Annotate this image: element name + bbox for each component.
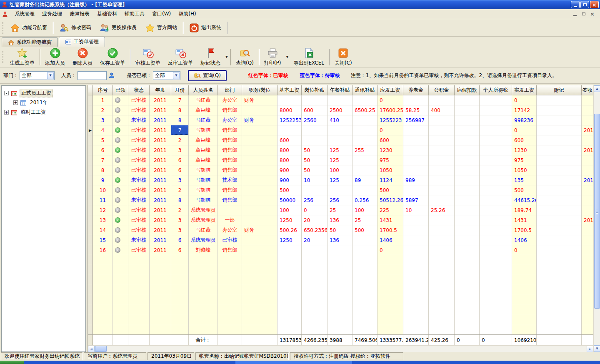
table-cell[interactable]: 马红薇 — [189, 115, 218, 125]
toolbar-button[interactable]: 关闭(C) — [331, 47, 356, 67]
column-header[interactable]: 附记 — [537, 85, 582, 95]
scroll-left-button[interactable]: ◄ — [88, 346, 95, 352]
table-cell[interactable] — [582, 205, 594, 215]
table-cell[interactable]: 2 — [171, 185, 189, 195]
table-cell[interactable] — [537, 125, 582, 135]
table-cell[interactable] — [429, 245, 455, 255]
table-cell[interactable] — [328, 135, 352, 145]
table-row[interactable]: 10✓已审核20112马胡腾销售部500500500 — [88, 185, 593, 195]
column-header[interactable]: 实发工资 — [512, 85, 537, 95]
received-cell[interactable]: ✓ — [113, 205, 128, 215]
table-cell[interactable]: 100 — [278, 205, 302, 215]
table-cell[interactable]: 8000 — [278, 105, 302, 115]
received-cell[interactable]: ✓ — [113, 215, 128, 225]
menu-item[interactable]: 窗口(W) — [148, 10, 175, 17]
table-cell[interactable]: 2011 — [150, 195, 171, 205]
table-cell[interactable]: 1124 — [378, 175, 403, 185]
table-cell[interactable]: 马胡腾 — [189, 165, 218, 175]
table-cell[interactable]: 0 — [512, 95, 537, 105]
table-cell[interactable]: 0 — [378, 245, 403, 255]
toolbar-button[interactable]: 导出到EXCEL — [290, 47, 328, 67]
table-cell[interactable]: 125 — [328, 145, 352, 155]
table-cell[interactable]: 4 — [93, 125, 113, 135]
table-cell[interactable] — [278, 125, 302, 135]
table-cell[interactable]: 已审核 — [128, 245, 150, 255]
table-cell[interactable] — [242, 245, 278, 255]
table-cell[interactable]: 17600.25 — [378, 105, 403, 115]
table-cell[interactable] — [455, 135, 480, 145]
table-cell[interactable]: 136 — [328, 215, 352, 225]
table-cell[interactable]: 系统管理员 — [189, 215, 218, 225]
table-cell[interactable] — [242, 125, 278, 135]
column-header[interactable]: 午餐补贴 — [328, 85, 352, 95]
table-cell[interactable]: 800 — [278, 145, 302, 155]
table-cell[interactable]: 已审核 — [128, 135, 150, 145]
table-cell[interactable] — [242, 195, 278, 205]
table-row[interactable]: 12✓已审核20112系统管理员1000251002251025.26189.7… — [88, 205, 593, 215]
table-cell[interactable]: 7 — [93, 155, 113, 165]
table-cell[interactable] — [242, 205, 278, 215]
table-cell[interactable]: 刘俊峰 — [189, 245, 218, 255]
table-cell[interactable]: 5 — [93, 135, 113, 145]
table-cell[interactable] — [352, 95, 378, 105]
table-cell[interactable] — [455, 225, 480, 235]
table-cell[interactable] — [242, 235, 278, 245]
column-header[interactable]: 基本工资 — [278, 85, 302, 95]
mdi-restore-button[interactable] — [580, 11, 587, 17]
received-cell[interactable]: ✓ — [113, 155, 128, 165]
table-cell[interactable] — [429, 175, 455, 185]
table-cell[interactable] — [480, 145, 512, 155]
received-cell[interactable]: ✓ — [113, 95, 128, 105]
table-cell[interactable]: 已审核 — [128, 155, 150, 165]
table-cell[interactable]: 50 — [302, 155, 328, 165]
table-cell[interactable]: 136 — [328, 235, 352, 245]
table-cell[interactable] — [429, 215, 455, 225]
table-cell[interactable]: 500 — [278, 185, 302, 195]
table-cell[interactable]: 未审核 — [128, 175, 150, 185]
table-cell[interactable]: 8 — [171, 115, 189, 125]
menu-item[interactable]: 帮助(H) — [175, 10, 200, 17]
table-cell[interactable] — [352, 165, 378, 175]
menu-item[interactable]: 系统管理 — [11, 10, 38, 17]
received-cell[interactable]: ✓ — [113, 105, 128, 115]
table-cell[interactable] — [302, 245, 328, 255]
table-cell[interactable] — [480, 205, 512, 215]
horizontal-scroll-thumb[interactable] — [95, 346, 107, 352]
table-cell[interactable]: 0.256 — [352, 195, 378, 205]
table-cell[interactable]: 马胡腾 — [189, 175, 218, 185]
toolbar-button[interactable]: 打印(P) — [260, 47, 285, 67]
table-cell[interactable] — [537, 95, 582, 105]
table-cell[interactable] — [582, 155, 594, 165]
table-cell[interactable]: 189.74 — [512, 205, 537, 215]
table-cell[interactable] — [242, 105, 278, 115]
table-cell[interactable] — [429, 135, 455, 145]
chevron-down-icon[interactable]: ▼ — [47, 72, 54, 79]
table-cell[interactable]: 2011 — [582, 125, 594, 135]
table-row[interactable]: 2✓已审核20118章巨峰销售部800060025006500.2517600.… — [88, 105, 593, 115]
table-cell[interactable]: 11 — [93, 195, 113, 205]
table-cell[interactable]: 44615.26 — [512, 195, 537, 205]
table-cell[interactable]: 2011 — [150, 205, 171, 215]
table-cell[interactable] — [352, 235, 378, 245]
table-cell[interactable]: 销售部 — [218, 125, 242, 135]
table-cell[interactable]: 2 — [93, 105, 113, 115]
table-cell[interactable] — [403, 165, 429, 175]
table-cell[interactable]: 办公室 — [218, 115, 242, 125]
toolbar-button[interactable]: 功能导航窗 — [6, 22, 51, 34]
table-cell[interactable]: 58.25 — [403, 105, 429, 115]
table-cell[interactable] — [403, 185, 429, 195]
toolbar-button[interactable]: 官方网站 — [141, 22, 181, 34]
table-cell[interactable]: 600 — [302, 105, 328, 115]
table-cell[interactable] — [455, 245, 480, 255]
table-cell[interactable] — [302, 185, 328, 195]
table-cell[interactable]: 3 — [171, 215, 189, 225]
table-cell[interactable] — [455, 185, 480, 195]
table-cell[interactable]: 2011 — [582, 215, 594, 225]
column-header[interactable]: 月份 — [171, 85, 189, 95]
start-button[interactable] — [0, 361, 24, 364]
table-cell[interactable] — [429, 145, 455, 155]
column-header[interactable]: 养老金 — [403, 85, 429, 95]
table-cell[interactable] — [242, 165, 278, 175]
table-cell[interactable]: 2011 — [150, 145, 171, 155]
table-cell[interactable] — [429, 95, 455, 105]
